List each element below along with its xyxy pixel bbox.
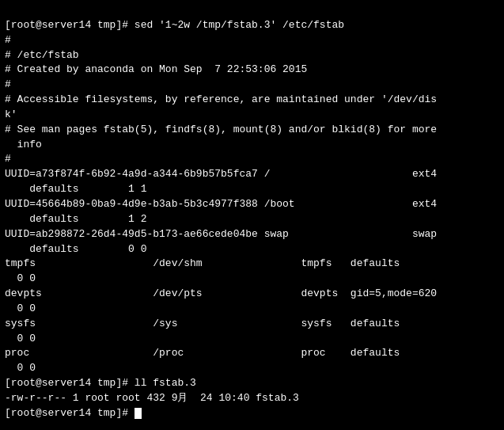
terminal-line-line4: # /etc/fstab — [5, 48, 499, 63]
terminal-line-line28: [root@server14 tmp]# — [5, 406, 499, 421]
terminal-line-line13: defaults 1 1 — [5, 182, 499, 197]
terminal-line-line27: -rw-r--r-- 1 root root 432 9月 24 10:40 f… — [5, 391, 499, 406]
terminal-line-line11: # — [5, 152, 499, 167]
terminal-line-line9: # See man pages fstab(5), findfs(8), mou… — [5, 123, 499, 138]
terminal[interactable]: [root@server14 tmp]# sed '1~2w /tmp/fsta… — [0, 0, 504, 430]
terminal-line-line24: proc /proc proc defaults — [5, 346, 499, 361]
terminal-line-line1: [root@server14 tmp]# sed '1~2w /tmp/fsta… — [5, 18, 499, 33]
terminal-line-line20: devpts /dev/pts devpts gid=5,mode=620 — [5, 287, 499, 302]
terminal-line-line17: defaults 0 0 — [5, 242, 499, 257]
terminal-line-line26: [root@server14 tmp]# ll fstab.3 — [5, 376, 499, 391]
terminal-line-line7: # Accessible filesystems, by reference, … — [5, 93, 499, 108]
terminal-line-line23: 0 0 — [5, 332, 499, 347]
terminal-line-line10: info — [5, 138, 499, 153]
terminal-line-line16: UUID=ab298872-26d4-49d5-b173-ae66cede04b… — [5, 227, 499, 242]
terminal-line-line15: defaults 1 2 — [5, 212, 499, 227]
terminal-line-line19: 0 0 — [5, 272, 499, 287]
terminal-line-line8: k' — [5, 108, 499, 123]
terminal-line-line6: # — [5, 78, 499, 93]
terminal-line-line22: sysfs /sys sysfs defaults — [5, 317, 499, 332]
terminal-line-line18: tmpfs /dev/shm tmpfs defaults — [5, 257, 499, 272]
terminal-cursor — [135, 408, 142, 419]
terminal-line-line3: # — [5, 33, 499, 48]
terminal-line-line5: # Created by anaconda on Mon Sep 7 22:53… — [5, 63, 499, 78]
terminal-line-line25: 0 0 — [5, 361, 499, 376]
terminal-line-line21: 0 0 — [5, 302, 499, 317]
terminal-line-line14: UUID=45664b89-0ba9-4d9e-b3ab-5b3c4977f38… — [5, 197, 499, 212]
terminal-line-line12: UUID=a73f874f-6b92-4a9d-a344-6b9b57b5fca… — [5, 167, 499, 182]
